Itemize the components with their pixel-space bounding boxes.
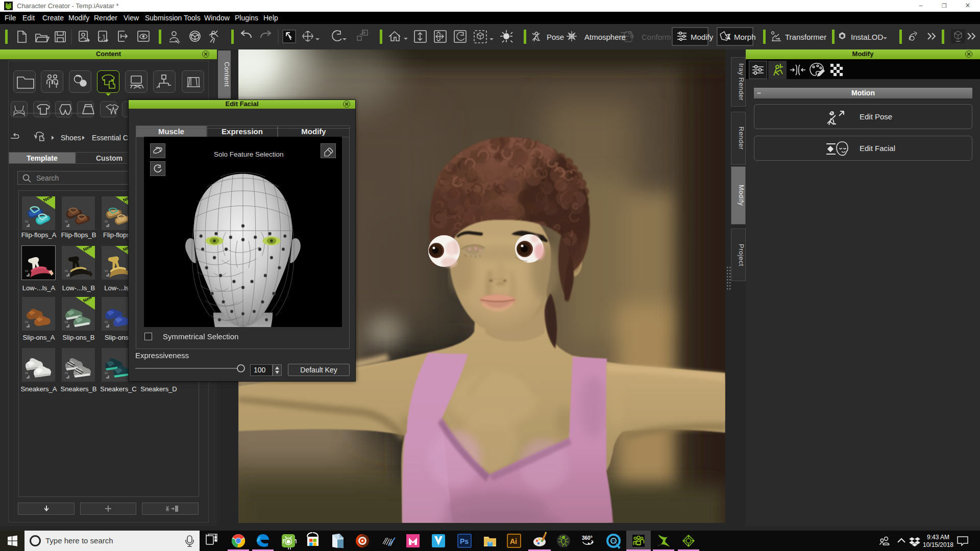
svg-text:01: 01 <box>65 269 68 272</box>
svg-text:Q: Q <box>611 539 615 544</box>
svg-text:01: 01 <box>65 320 68 323</box>
svg-text:01: 01 <box>25 269 29 272</box>
svg-text:Ps: Ps <box>460 537 469 545</box>
svg-text:01: 01 <box>105 220 108 223</box>
svg-text:01: 01 <box>25 371 29 374</box>
svg-text:360°: 360° <box>582 535 593 541</box>
svg-text:01: 01 <box>105 269 108 272</box>
svg-text:01: 01 <box>25 320 29 323</box>
svg-text:01: 01 <box>65 220 68 223</box>
svg-text:Ai: Ai <box>510 537 517 545</box>
svg-text:01: 01 <box>25 220 29 223</box>
svg-text:01: 01 <box>105 320 108 323</box>
svg-text:01: 01 <box>65 371 68 374</box>
svg-text:01: 01 <box>105 371 108 374</box>
